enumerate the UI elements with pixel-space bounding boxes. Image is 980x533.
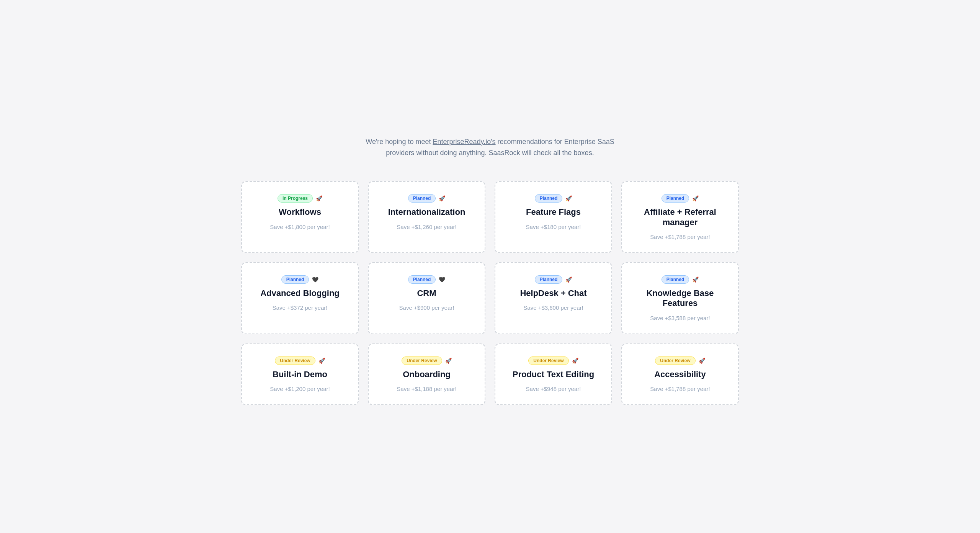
card-savings: Save +$1,200 per year! [270,386,330,392]
card-savings: Save +$180 per year! [526,224,581,230]
feature-card[interactable]: Under Review🚀AccessibilitySave +$1,788 p… [621,343,739,405]
feature-card[interactable]: In Progress🚀WorkflowsSave +$1,800 per ye… [241,181,359,253]
card-icon: 🚀 [692,276,699,283]
card-savings: Save +$1,188 per year! [397,386,456,392]
badge-row: Planned🚀 [408,194,446,203]
card-savings: Save +$372 per year! [273,304,328,311]
card-title: Onboarding [403,370,451,379]
card-icon: 🚀 [439,195,445,201]
card-savings: Save +$1,788 per year! [650,386,710,392]
header-section: We're hoping to meet EnterpriseReady.io'… [241,136,739,159]
feature-card[interactable]: Planned🚀HelpDesk + ChatSave +$3,600 per … [495,262,612,334]
card-icon: 🖤 [439,276,445,283]
feature-card[interactable]: Planned🖤Advanced BloggingSave +$372 per … [241,262,359,334]
feature-card[interactable]: Under Review🚀Built-in DemoSave +$1,200 p… [241,343,359,405]
card-savings: Save +$3,588 per year! [650,315,710,321]
card-title: HelpDesk + Chat [520,288,586,298]
status-badge: Under Review [528,356,568,365]
card-title: Feature Flags [526,207,581,217]
card-title: CRM [417,288,436,298]
badge-row: Planned🖤 [408,275,446,284]
feature-card[interactable]: Planned🚀InternationalizationSave +$1,260… [368,181,485,253]
card-title: Accessibility [654,370,706,379]
card-savings: Save +$948 per year! [526,386,581,392]
card-savings: Save +$1,260 per year! [397,224,456,230]
card-icon: 🚀 [565,195,572,201]
page-container: We're hoping to meet EnterpriseReady.io'… [241,128,739,405]
card-icon: 🚀 [318,358,325,364]
card-title: Product Text Editing [513,370,594,379]
features-grid: In Progress🚀WorkflowsSave +$1,800 per ye… [241,181,739,405]
badge-row: In Progress🚀 [278,194,322,203]
card-title: Internationalization [388,207,466,217]
badge-row: Under Review🚀 [655,356,705,365]
badge-row: Planned🚀 [535,275,572,284]
card-icon: 🚀 [316,195,322,201]
card-icon: 🚀 [699,358,705,364]
card-icon: 🖤 [312,276,318,283]
status-badge: Planned [662,194,689,203]
badge-row: Planned🚀 [662,194,699,203]
card-icon: 🚀 [565,276,572,283]
badge-row: Under Review🚀 [275,356,325,365]
feature-card[interactable]: Under Review🚀OnboardingSave +$1,188 per … [368,343,485,405]
feature-card[interactable]: Planned🚀Feature FlagsSave +$180 per year… [495,181,612,253]
card-title: Advanced Blogging [260,288,340,298]
status-badge: Under Review [275,356,315,365]
card-savings: Save +$1,788 per year! [650,234,710,240]
status-badge: Under Review [655,356,695,365]
badge-row: Under Review🚀 [528,356,578,365]
card-icon: 🚀 [692,195,699,201]
card-title: Affiliate + Referral manager [633,207,727,227]
status-badge: Planned [281,275,309,284]
feature-card[interactable]: Under Review🚀Product Text EditingSave +$… [495,343,612,405]
status-badge: Planned [535,275,563,284]
status-badge: Planned [535,194,563,203]
subtitle: We're hoping to meet EnterpriseReady.io'… [360,136,620,159]
enterprise-ready-link[interactable]: EnterpriseReady.io's [433,138,495,146]
badge-row: Planned🚀 [662,275,699,284]
card-icon: 🚀 [445,358,452,364]
status-badge: Planned [408,275,436,284]
status-badge: In Progress [278,194,313,203]
feature-card[interactable]: Planned🚀Knowledge Base FeaturesSave +$3,… [621,262,739,334]
badge-row: Planned🖤 [281,275,319,284]
card-savings: Save +$900 per year! [399,304,454,311]
status-badge: Under Review [402,356,442,365]
card-title: Knowledge Base Features [633,288,727,309]
status-badge: Planned [408,194,436,203]
feature-card[interactable]: Planned🚀Affiliate + Referral managerSave… [621,181,739,253]
card-title: Workflows [279,207,321,217]
card-title: Built-in Demo [273,370,327,379]
feature-card[interactable]: Planned🖤CRMSave +$900 per year! [368,262,485,334]
card-savings: Save +$3,600 per year! [523,304,583,311]
status-badge: Planned [662,275,689,284]
badge-row: Under Review🚀 [402,356,451,365]
badge-row: Planned🚀 [535,194,572,203]
card-savings: Save +$1,800 per year! [270,224,330,230]
card-icon: 🚀 [572,358,578,364]
